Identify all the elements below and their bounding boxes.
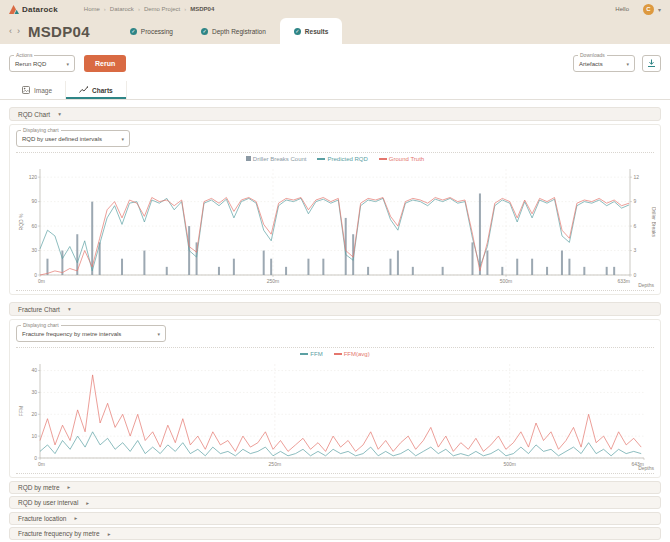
greeting-text: Hello bbox=[615, 6, 629, 12]
accordion-fracture-frequency-by-metre[interactable]: Fracture frequency by metre bbox=[9, 527, 661, 540]
accordion-label: Fracture location bbox=[18, 515, 66, 522]
datarock-logo[interactable]: Datarock bbox=[9, 5, 58, 14]
title-bar: MSDP04 Processing Depth Registration Res… bbox=[0, 18, 670, 44]
svg-text:250m: 250m bbox=[269, 461, 282, 467]
download-icon bbox=[647, 59, 656, 68]
chevron-down-icon bbox=[626, 61, 629, 67]
chevron-right-icon bbox=[68, 484, 71, 490]
chevron-right-icon bbox=[86, 500, 89, 506]
legend-line-swatch-icon bbox=[334, 353, 342, 355]
svg-text:Depths: Depths bbox=[638, 465, 654, 471]
legend-item[interactable]: FFM bbox=[300, 351, 322, 357]
workflow-steps: Processing Depth Registration Results bbox=[116, 18, 342, 44]
legend-label: FFM bbox=[310, 351, 322, 357]
breadcrumb-home[interactable]: Home bbox=[84, 6, 110, 12]
legend-square-swatch-icon bbox=[246, 156, 251, 161]
tab-charts-label: Charts bbox=[92, 87, 113, 94]
rqd-display-select[interactable]: Displaying chart RQD by user defined int… bbox=[16, 130, 130, 147]
actions-row: Actions Rerun RQD Rerun Downloads Artefa… bbox=[9, 55, 661, 72]
downloads-select[interactable]: Downloads Artefacts bbox=[573, 55, 635, 72]
fracture-chart-legend: FFMFFM(avg) bbox=[16, 349, 654, 358]
legend-item[interactable]: Predicted RQD bbox=[317, 156, 367, 162]
accordion-fracture-location[interactable]: Fracture location bbox=[9, 512, 661, 525]
view-tabs: Image Charts bbox=[0, 81, 670, 100]
svg-text:FFM: FFM bbox=[18, 406, 24, 416]
legend-item[interactable]: Ground Truth bbox=[379, 156, 424, 162]
tab-results-label: Results bbox=[305, 28, 328, 35]
svg-text:0: 0 bbox=[634, 272, 637, 278]
fracture-chart-panel: Displaying chart Fracture frequency by m… bbox=[9, 319, 661, 478]
legend-line-swatch-icon bbox=[300, 353, 308, 355]
rqd-display-select-label: Displaying chart bbox=[21, 128, 61, 133]
tab-charts[interactable]: Charts bbox=[66, 81, 127, 99]
svg-text:3: 3 bbox=[634, 247, 637, 253]
legend-item[interactable]: Driller Breaks Count bbox=[246, 156, 307, 162]
legend-line-swatch-icon bbox=[379, 158, 387, 160]
tab-depth-registration[interactable]: Depth Registration bbox=[187, 18, 280, 44]
tab-image[interactable]: Image bbox=[9, 81, 66, 99]
tab-depth-registration-label: Depth Registration bbox=[212, 28, 266, 35]
svg-text:633m: 633m bbox=[617, 278, 630, 284]
tab-results[interactable]: Results bbox=[280, 18, 342, 44]
accordion-label: Fracture frequency by metre bbox=[18, 530, 100, 537]
rerun-button[interactable]: Rerun bbox=[84, 55, 126, 72]
avatar[interactable]: C bbox=[643, 4, 654, 15]
chevron-right-icon bbox=[74, 515, 77, 521]
previous-hole-button[interactable] bbox=[9, 27, 12, 36]
download-button[interactable] bbox=[642, 55, 661, 72]
legend-item[interactable]: FFM(avg) bbox=[334, 351, 370, 357]
user-menu-chevron-icon[interactable] bbox=[658, 6, 661, 13]
next-hole-button[interactable] bbox=[17, 27, 20, 36]
fracture-chart-canvas[interactable]: 0102030400m250m500m643mFFMDepths bbox=[16, 358, 656, 472]
chevron-down-icon bbox=[68, 306, 71, 312]
accordion-rqd-chart[interactable]: RQD Chart bbox=[9, 107, 661, 121]
rqd-chart-panel: Displaying chart RQD by user defined int… bbox=[9, 124, 661, 295]
rqd-chart-canvas[interactable]: 03060901200369120m250m500m633mRQD %Drill… bbox=[16, 163, 656, 289]
downloads-select-label: Downloads bbox=[578, 53, 607, 58]
svg-text:40: 40 bbox=[31, 367, 37, 373]
rqd-chart-area: Driller Breaks CountPredicted RQDGround … bbox=[16, 152, 654, 291]
page-title: MSDP04 bbox=[28, 23, 90, 40]
accordion-label: RQD by user interval bbox=[18, 499, 78, 506]
top-bar: Datarock Home Datarock Demo Project MSDP… bbox=[0, 0, 670, 18]
legend-label: Ground Truth bbox=[389, 156, 424, 162]
legend-line-swatch-icon bbox=[317, 158, 325, 160]
fracture-display-select[interactable]: Displaying chart Fracture frequency by m… bbox=[16, 325, 166, 342]
accordion-fracture-chart[interactable]: Fracture Chart bbox=[9, 302, 661, 316]
svg-text:Driller Breaks: Driller Breaks bbox=[651, 207, 656, 238]
svg-text:9: 9 bbox=[634, 198, 637, 204]
main-content: Actions Rerun RQD Rerun Downloads Artefa… bbox=[0, 44, 670, 542]
fracture-chart-area: FFMFFM(avg) 0102030400m250m500m643mFFMDe… bbox=[16, 347, 654, 474]
chevron-down-icon bbox=[121, 136, 124, 142]
actions-select[interactable]: Actions Rerun RQD bbox=[9, 55, 75, 72]
legend-label: FFM(avg) bbox=[344, 351, 370, 357]
tab-processing[interactable]: Processing bbox=[116, 18, 187, 44]
fracture-display-select-label: Displaying chart bbox=[21, 323, 61, 328]
svg-text:RQD %: RQD % bbox=[18, 213, 24, 231]
downloads-select-value: Artefacts bbox=[579, 61, 603, 67]
accordion-rqd-by-metre[interactable]: RQD by metre bbox=[9, 481, 661, 494]
svg-text:30: 30 bbox=[31, 247, 37, 253]
check-circle-icon bbox=[294, 28, 301, 35]
svg-text:90: 90 bbox=[31, 198, 37, 204]
image-icon bbox=[22, 86, 30, 94]
accordion-rqd-by-user-interval[interactable]: RQD by user interval bbox=[9, 496, 661, 509]
svg-text:60: 60 bbox=[31, 223, 37, 229]
check-circle-icon bbox=[201, 28, 208, 35]
svg-text:20: 20 bbox=[31, 411, 37, 417]
breadcrumb-project[interactable]: Demo Project bbox=[144, 6, 190, 12]
logo-text: Datarock bbox=[22, 5, 58, 14]
svg-text:0: 0 bbox=[34, 455, 37, 461]
accordion-label: RQD by metre bbox=[18, 484, 60, 491]
accordion-fracture-chart-label: Fracture Chart bbox=[18, 306, 60, 313]
rqd-chart-legend: Driller Breaks CountPredicted RQDGround … bbox=[16, 154, 654, 163]
breadcrumb-datarock[interactable]: Datarock bbox=[110, 6, 144, 12]
svg-text:250m: 250m bbox=[267, 278, 280, 284]
svg-text:500m: 500m bbox=[503, 461, 516, 467]
chevron-down-icon bbox=[58, 111, 61, 117]
check-circle-icon bbox=[130, 28, 137, 35]
breadcrumb: Home Datarock Demo Project MSDP04 bbox=[84, 6, 214, 12]
svg-text:10: 10 bbox=[31, 433, 37, 439]
rqd-display-select-value: RQD by user defined intervals bbox=[22, 136, 102, 142]
svg-text:12: 12 bbox=[634, 174, 640, 180]
